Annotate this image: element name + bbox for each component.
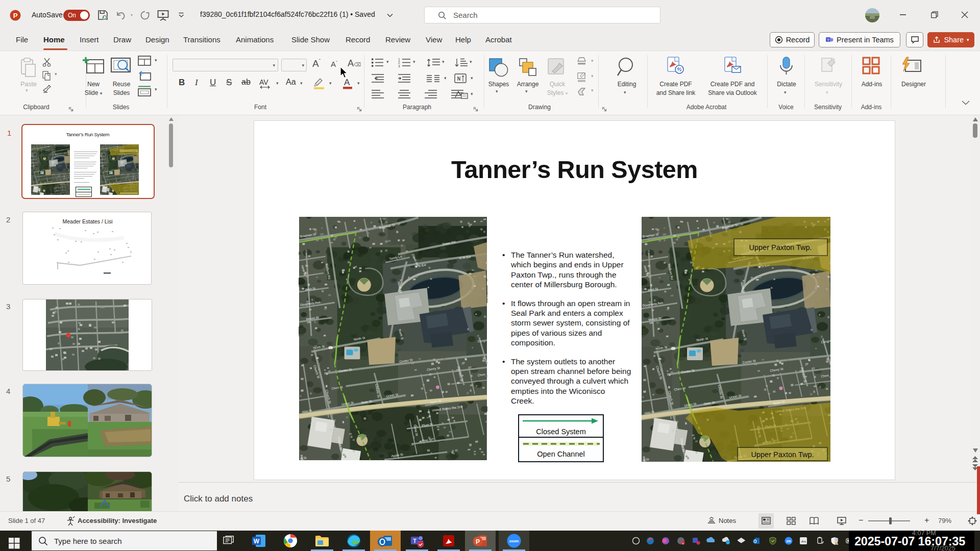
svg-text:i: i <box>727 541 728 544</box>
svg-text:!: ! <box>836 542 836 545</box>
svg-text:P: P <box>13 12 18 19</box>
svg-text:3: 3 <box>398 64 400 68</box>
svg-text:AV: AV <box>259 78 268 86</box>
svg-text:Upper Paxton Twp.: Upper Paxton Twp. <box>749 243 812 252</box>
svg-text:zoom: zoom <box>509 539 519 543</box>
svg-text:W: W <box>254 538 260 545</box>
svg-text:zm: zm <box>786 539 791 543</box>
svg-text:T: T <box>413 538 416 544</box>
svg-text:P: P <box>476 538 480 545</box>
svg-text:T: T <box>827 38 829 42</box>
svg-text:Upper Paxton Twp.: Upper Paxton Twp. <box>751 450 814 459</box>
